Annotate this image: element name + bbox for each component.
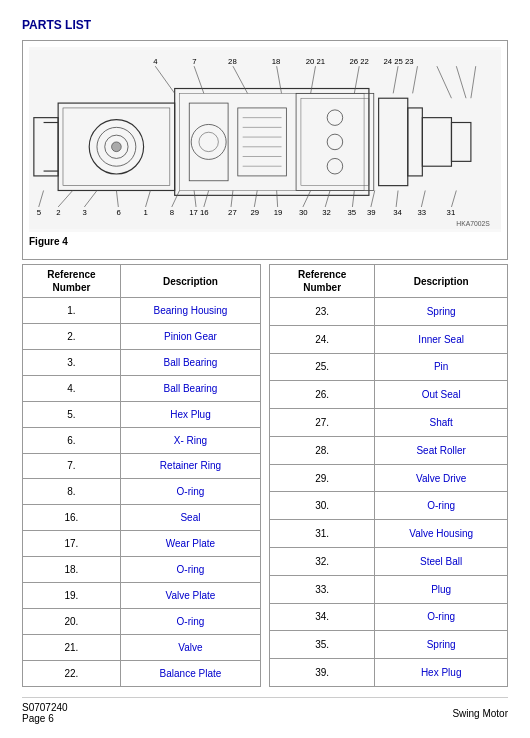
svg-text:8: 8	[170, 208, 174, 217]
svg-text:19: 19	[274, 208, 283, 217]
ref-number: 30.	[270, 492, 375, 520]
description: Out Seal	[375, 381, 508, 409]
svg-text:1: 1	[144, 208, 148, 217]
ref-number: 33.	[270, 575, 375, 603]
description: Ball Bearing	[120, 349, 260, 375]
svg-text:HKA7002S: HKA7002S	[456, 220, 490, 227]
svg-text:35: 35	[348, 208, 357, 217]
svg-text:26 22: 26 22	[349, 57, 368, 66]
svg-text:4: 4	[153, 57, 158, 66]
svg-text:5: 5	[37, 208, 41, 217]
description: Seal	[120, 505, 260, 531]
table-row: 24.Inner Seal	[270, 325, 508, 353]
ref-number: 31.	[270, 520, 375, 548]
table-row: 16.Seal	[23, 505, 261, 531]
description: Spring	[375, 631, 508, 659]
svg-text:6: 6	[116, 208, 120, 217]
ref-number: 28.	[270, 436, 375, 464]
ref-number: 34.	[270, 603, 375, 631]
ref-number: 32.	[270, 548, 375, 576]
table-row: 25.Pin	[270, 353, 508, 381]
figure-diagram: 4 7 28 18 20 21 26 22 24 25 23	[29, 47, 501, 232]
description: X- Ring	[120, 427, 260, 453]
svg-text:39: 39	[367, 208, 376, 217]
svg-text:28: 28	[228, 57, 237, 66]
table-row: 7.Retainer Ring	[23, 453, 261, 479]
table-row: 18.O-ring	[23, 557, 261, 583]
description: O-ring	[375, 603, 508, 631]
table-row: 23.Spring	[270, 298, 508, 326]
diagram-svg: 4 7 28 18 20 21 26 22 24 25 23	[29, 47, 501, 232]
table-row: 19.Valve Plate	[23, 583, 261, 609]
left-table-ref-header: ReferenceNumber	[23, 265, 121, 298]
description: Seat Roller	[375, 436, 508, 464]
table-row: 17.Wear Plate	[23, 531, 261, 557]
description: Spring	[375, 298, 508, 326]
page-container: PARTS LIST	[0, 0, 530, 738]
ref-number: 21.	[23, 634, 121, 660]
description: O-ring	[120, 609, 260, 635]
footer-product: Swing Motor	[452, 708, 508, 719]
description: Balance Plate	[120, 660, 260, 686]
table-row: 21.Valve	[23, 634, 261, 660]
table-row: 35.Spring	[270, 631, 508, 659]
ref-number: 23.	[270, 298, 375, 326]
svg-point-6	[112, 142, 122, 152]
description: Bearing Housing	[120, 298, 260, 324]
table-row: 2.Pinion Gear	[23, 323, 261, 349]
ref-number: 16.	[23, 505, 121, 531]
description: Ball Bearing	[120, 375, 260, 401]
description: Steel Ball	[375, 548, 508, 576]
table-row: 32.Steel Ball	[270, 548, 508, 576]
svg-text:34: 34	[393, 208, 402, 217]
right-table-desc-header: Description	[375, 265, 508, 298]
table-row: 1.Bearing Housing	[23, 298, 261, 324]
svg-text:29: 29	[250, 208, 259, 217]
table-row: 29.Valve Drive	[270, 464, 508, 492]
ref-number: 27.	[270, 409, 375, 437]
description: Pinion Gear	[120, 323, 260, 349]
ref-number: 4.	[23, 375, 121, 401]
figure-caption: Figure 4	[29, 236, 68, 247]
svg-text:2: 2	[56, 208, 60, 217]
description: O-ring	[375, 492, 508, 520]
page-title: PARTS LIST	[22, 18, 508, 32]
ref-number: 19.	[23, 583, 121, 609]
ref-number: 25.	[270, 353, 375, 381]
svg-text:30: 30	[299, 208, 308, 217]
ref-number: 26.	[270, 381, 375, 409]
table-row: 4.Ball Bearing	[23, 375, 261, 401]
ref-number: 20.	[23, 609, 121, 635]
svg-rect-0	[29, 50, 501, 230]
table-row: 33.Plug	[270, 575, 508, 603]
svg-text:18: 18	[272, 57, 281, 66]
ref-number: 7.	[23, 453, 121, 479]
description: Retainer Ring	[120, 453, 260, 479]
ref-number: 29.	[270, 464, 375, 492]
table-row: 30.O-ring	[270, 492, 508, 520]
ref-number: 5.	[23, 401, 121, 427]
page-footer: S0707240 Page 6 Swing Motor	[22, 697, 508, 724]
svg-text:3: 3	[82, 208, 86, 217]
footer-part-number: S0707240 Page 6	[22, 702, 68, 724]
description: Hex Plug	[375, 659, 508, 687]
table-row: 31.Valve Housing	[270, 520, 508, 548]
svg-text:7: 7	[192, 57, 196, 66]
table-row: 39.Hex Plug	[270, 659, 508, 687]
description: O-ring	[120, 557, 260, 583]
svg-text:24 25 23: 24 25 23	[383, 57, 413, 66]
tables-row: ReferenceNumber Description 1.Bearing Ho…	[22, 264, 508, 687]
svg-text:32: 32	[322, 208, 331, 217]
figure-box: 4 7 28 18 20 21 26 22 24 25 23	[22, 40, 508, 260]
table-row: 20.O-ring	[23, 609, 261, 635]
left-table-desc-header: Description	[120, 265, 260, 298]
svg-text:20 21: 20 21	[306, 57, 325, 66]
table-row: 26.Out Seal	[270, 381, 508, 409]
description: Shaft	[375, 409, 508, 437]
ref-number: 18.	[23, 557, 121, 583]
table-row: 5.Hex Plug	[23, 401, 261, 427]
svg-text:33: 33	[417, 208, 426, 217]
description: Valve Housing	[375, 520, 508, 548]
description: Valve Plate	[120, 583, 260, 609]
svg-text:27: 27	[228, 208, 237, 217]
